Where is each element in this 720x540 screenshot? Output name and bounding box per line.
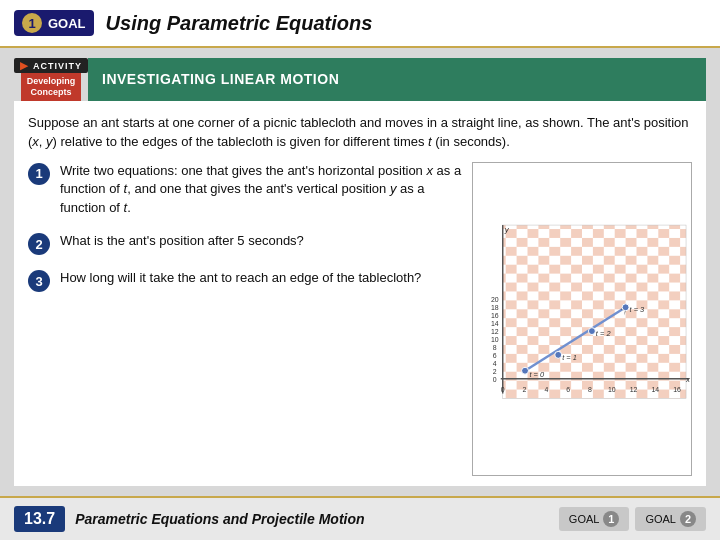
svg-text:0: 0	[501, 385, 505, 392]
svg-text:x: x	[685, 374, 691, 383]
svg-text:4: 4	[544, 385, 548, 392]
page-footer: 13.7 Parametric Equations and Projectile…	[0, 496, 720, 540]
goal-number: 1	[22, 13, 42, 33]
svg-text:16: 16	[673, 385, 681, 392]
footer-goal1-label: GOAL	[569, 513, 600, 525]
activity-label: ACTIVITY	[33, 61, 82, 71]
section-number: 13.7	[14, 506, 65, 532]
activity-row: ▶ ACTIVITY Developing Concepts INVESTIGA…	[14, 58, 706, 101]
banner-title: INVESTIGATING LINEAR MOTION	[102, 71, 339, 87]
svg-text:t = 3: t = 3	[630, 305, 646, 314]
footer-goal2-label: GOAL	[645, 513, 676, 525]
play-icon: ▶	[20, 60, 29, 71]
svg-point-31	[522, 367, 529, 374]
intro-paragraph: Suppose an ant starts at one corner of a…	[28, 113, 692, 152]
questions-column: 1 Write two equations: one that gives th…	[28, 162, 462, 476]
footer-goal1-button[interactable]: GOAL 1	[559, 507, 630, 531]
main-content: ▶ ACTIVITY Developing Concepts INVESTIGA…	[0, 48, 720, 496]
footer-title: Parametric Equations and Projectile Moti…	[75, 511, 559, 527]
content-lower: 1 Write two equations: one that gives th…	[28, 162, 692, 476]
svg-text:2: 2	[523, 385, 527, 392]
q2-number: 2	[28, 233, 50, 255]
svg-point-38	[622, 303, 629, 310]
svg-text:6: 6	[566, 385, 570, 392]
svg-text:8: 8	[588, 385, 592, 392]
activity-label-col: ▶ ACTIVITY Developing Concepts	[14, 58, 88, 101]
svg-text:18: 18	[491, 304, 499, 311]
activity-banner: INVESTIGATING LINEAR MOTION	[88, 58, 706, 101]
content-box: Suppose an ant starts at one corner of a…	[14, 101, 706, 486]
svg-point-33	[555, 351, 562, 358]
svg-text:t = 1: t = 1	[562, 352, 577, 361]
activity-pill: ▶ ACTIVITY	[14, 58, 88, 73]
svg-text:16: 16	[491, 312, 499, 319]
footer-goal2-num: 2	[680, 511, 696, 527]
q2-text: What is the ant's position after 5 secon…	[60, 232, 304, 251]
footer-goal1-num: 1	[603, 511, 619, 527]
svg-text:8: 8	[493, 344, 497, 351]
question-2: 2 What is the ant's position after 5 sec…	[28, 232, 462, 255]
svg-text:10: 10	[491, 336, 499, 343]
svg-text:14: 14	[651, 385, 659, 392]
svg-text:10: 10	[608, 385, 616, 392]
svg-text:6: 6	[493, 351, 497, 358]
svg-text:t = 0: t = 0	[529, 369, 545, 378]
graph-area: 0 2 4 6 8 10 12 14 16 18 20 0 2 4 6	[472, 162, 692, 476]
svg-text:12: 12	[630, 385, 638, 392]
footer-goals: GOAL 1 GOAL 2	[559, 507, 706, 531]
goal-label: GOAL	[48, 16, 86, 31]
svg-point-35	[588, 327, 595, 334]
question-3: 3 How long will it take the ant to reach…	[28, 269, 462, 292]
developing-concepts-label: Developing Concepts	[21, 73, 81, 101]
q1-number: 1	[28, 163, 50, 185]
svg-text:t = 2: t = 2	[596, 329, 612, 338]
svg-text:0: 0	[493, 375, 497, 382]
header-title: Using Parametric Equations	[106, 12, 373, 35]
page-header: 1 GOAL Using Parametric Equations	[0, 0, 720, 48]
q3-text: How long will it take the ant to reach a…	[60, 269, 421, 288]
svg-text:12: 12	[491, 328, 499, 335]
goal-badge: 1 GOAL	[14, 10, 94, 36]
q3-number: 3	[28, 270, 50, 292]
footer-goal2-button[interactable]: GOAL 2	[635, 507, 706, 531]
graph-svg: 0 2 4 6 8 10 12 14 16 18 20 0 2 4 6	[473, 163, 691, 475]
q1-text: Write two equations: one that gives the …	[60, 162, 462, 219]
svg-text:2: 2	[493, 367, 497, 374]
svg-text:14: 14	[491, 320, 499, 327]
question-1: 1 Write two equations: one that gives th…	[28, 162, 462, 219]
svg-text:20: 20	[491, 296, 499, 303]
svg-text:4: 4	[493, 359, 497, 366]
